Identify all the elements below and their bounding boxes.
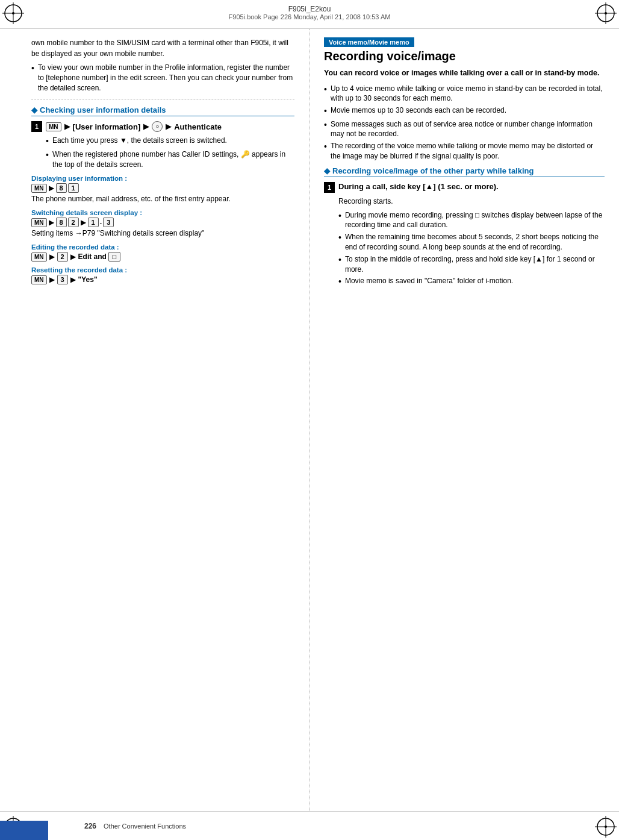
step1-user-info: [User information] (73, 122, 141, 131)
footer-section: Other Convenient Functions (104, 823, 186, 830)
page-number: 226 (84, 822, 96, 830)
print-info: F905i.book Page 226 Monday, April 21, 20… (229, 13, 391, 20)
page-content: own mobile number to the SIM/USIM card w… (0, 29, 619, 811)
recording-bullets: Up to 4 voice memo while talking or voic… (324, 84, 605, 161)
diamond-icon-2: ◆ (324, 166, 330, 175)
step1-bullet-2: When the registered phone number has Cal… (46, 149, 294, 170)
recording-starts: Recording starts. (338, 196, 605, 207)
right-step-1-label: During a call, side key [▲] (1 sec. or m… (338, 182, 499, 191)
voice-memo-tag-bar: Voice memo/Movie memo (324, 37, 605, 49)
right-column: Voice memo/Movie memo Recording voice/im… (310, 29, 619, 811)
switch-key-1: 1 (88, 218, 99, 227)
menu-key: MN (46, 122, 61, 131)
reset-label: Resetting the recorded data : (31, 266, 294, 274)
checking-section-heading: ◆Checking user information details (31, 105, 294, 116)
step-1-content: MN ▶ [User information] ▶ ○ ▶ Authentica… (46, 121, 294, 132)
header: F905i_E2kou F905i.book Page 226 Monday, … (0, 0, 619, 29)
divider (31, 99, 294, 99)
edit-text: Edit and (78, 252, 107, 261)
recording-detail-3: To stop in the middle of recording, pres… (338, 254, 605, 275)
display-key-8: 8 (56, 183, 67, 193)
voice-memo-tag: Voice memo/Movie memo (324, 37, 414, 47)
switch-label: Switching details screen display : (31, 209, 294, 216)
recording-bullet-3: Some messages such as out of service are… (324, 119, 605, 140)
edit-key-2: 2 (57, 252, 68, 262)
step1-bullet-1: Each time you press ▼, the details scree… (46, 136, 294, 148)
bold-intro: You can record voice or images while tal… (324, 68, 605, 79)
right-step-1-content: During a call, side key [▲] (1 sec. or m… (338, 182, 605, 191)
display-label: Displaying user information : (31, 175, 294, 182)
switch-key-sequence: MN ▶ 8 2 ▶ 1 - 3 (31, 218, 114, 227)
recording-detail-bullets: During movie memo recording, pressing □ … (338, 210, 605, 288)
recording-detail-1: During movie memo recording, pressing □ … (338, 210, 605, 231)
footer-blue-box (0, 821, 48, 840)
edit-label: Editing the recorded data : (31, 243, 294, 251)
switch-text: Setting items →P79 "Switching details sc… (31, 228, 294, 239)
recording-other-party-heading: ◆Recording voice/image of the other part… (324, 166, 605, 177)
switch-key-8: 8 (56, 218, 67, 227)
filename: F905i_E2kou (288, 5, 331, 13)
display-key-sequence: MN ▶ 8 1 (31, 183, 79, 193)
right-step-1-row: 1 During a call, side key [▲] (1 sec. or… (324, 182, 605, 193)
reset-key-3: 3 (57, 275, 68, 284)
step-1-row: 1 MN ▶ [User information] ▶ ○ ▶ Authenti… (31, 121, 294, 132)
reset-menu-key: MN (31, 275, 47, 284)
recording-title: Recording voice/image (324, 49, 605, 63)
display-key-1: 1 (68, 183, 79, 193)
switch-key-3: 3 (103, 218, 114, 227)
right-step-1-number: 1 (324, 182, 335, 193)
recording-detail-2: When the remaining time becomes about 5 … (338, 232, 605, 252)
edit-menu-key: MN (31, 252, 47, 262)
reset-text: "Yes" (78, 275, 98, 284)
switch-key-2: 2 (68, 218, 79, 227)
switch-menu-key: MN (31, 218, 47, 227)
display-menu-key: MN (31, 184, 47, 193)
intro-text-1: own mobile number to the SIM/USIM card w… (31, 37, 294, 59)
circle-key: ○ (152, 121, 163, 132)
left-column: own mobile number to the SIM/USIM card w… (0, 29, 310, 811)
edit-key-sequence: MN ▶ 2 ▶ Edit and □ (31, 252, 294, 262)
step-1-number: 1 (31, 121, 42, 132)
intro-bullet: To view your own mobile number in the Pr… (31, 63, 294, 93)
diamond-icon: ◆ (31, 105, 37, 114)
recording-bullet-2: Movie memos up to 30 seconds each can be… (324, 105, 605, 118)
step1-authenticate: Authenticate (174, 122, 222, 131)
recording-bullet-1: Up to 4 voice memo while talking or voic… (324, 84, 605, 104)
recording-bullet-4: The recording of the voice memo while ta… (324, 141, 605, 161)
display-text: The phone number, mail address, etc. of … (31, 194, 294, 204)
edit-key-box: □ (108, 252, 120, 262)
recording-detail-4: Movie memo is saved in "Camera" folder o… (338, 276, 605, 288)
footer: 226 Other Convenient Functions (0, 811, 619, 840)
reset-key-sequence: MN ▶ 3 ▶ "Yes" (31, 275, 294, 284)
